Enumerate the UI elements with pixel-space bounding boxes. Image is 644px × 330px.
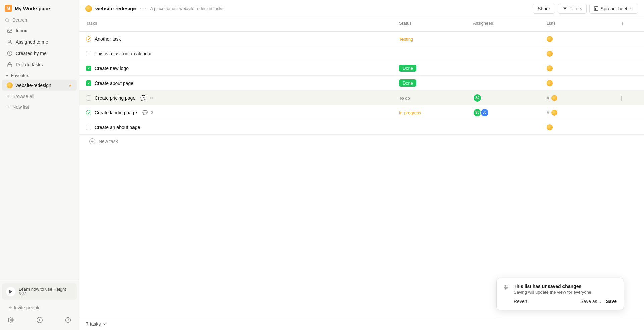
sidebar: M My Workspace Search Inbox Assigned to …: [0, 0, 79, 330]
svg-rect-4: [8, 64, 12, 67]
lists-cell: [547, 80, 621, 86]
toast-right-buttons: Save as... Save: [580, 299, 617, 304]
task-checkbox[interactable]: ✓: [86, 66, 91, 71]
task-checkbox[interactable]: [86, 51, 91, 56]
hash-icon: #: [547, 110, 549, 115]
project-globe-icon: [7, 82, 13, 88]
browse-all-button[interactable]: + Browse all: [2, 91, 77, 101]
toast-description: Saving will update the view for everyone…: [514, 290, 593, 295]
status-cell: To do: [399, 95, 473, 101]
play-button[interactable]: [6, 287, 15, 296]
sidebar-item-inbox[interactable]: Inbox: [2, 25, 77, 36]
search-bar[interactable]: Search: [0, 15, 79, 25]
new-list-button[interactable]: + New list: [2, 102, 77, 112]
revert-button[interactable]: Revert: [514, 299, 527, 304]
sidebar-item-assigned[interactable]: Assigned to me: [2, 37, 77, 47]
new-task-button[interactable]: + New task: [79, 135, 644, 148]
list-globe-icon: [547, 65, 553, 71]
list-globe-icon: [551, 95, 557, 101]
plus-circle-icon: [36, 317, 43, 323]
task-checkbox[interactable]: [86, 125, 91, 130]
plus-icon: +: [89, 138, 95, 144]
table-row[interactable]: This is a task on a calendar: [79, 46, 644, 61]
table-row[interactable]: Create pricing page 💬 ✏ To do SJ # |: [79, 91, 644, 105]
edit-icon[interactable]: ✏: [150, 95, 154, 101]
sliders-icon: [503, 284, 509, 292]
filters-button[interactable]: Filters: [558, 4, 586, 14]
table-header: Tasks Status Assignees Lists +: [79, 17, 644, 32]
task-checkbox[interactable]: [86, 95, 91, 101]
save-as-button[interactable]: Save as...: [580, 299, 601, 304]
sidebar-item-private[interactable]: Private tasks: [2, 59, 77, 70]
workspace-header[interactable]: M My Workspace: [0, 0, 79, 15]
list-globe-icon: [547, 51, 553, 57]
learn-title: Learn how to use Height: [19, 287, 66, 292]
status-badge: Testing: [399, 37, 413, 42]
task-table: Tasks Status Assignees Lists + Another t…: [79, 17, 644, 318]
table-row[interactable]: ✓ Create about page Done: [79, 76, 644, 91]
task-name: Create pricing page: [95, 95, 136, 101]
browse-all-label: Browse all: [12, 94, 34, 99]
col-add[interactable]: +: [621, 21, 637, 28]
share-button[interactable]: Share: [533, 4, 555, 14]
hash-icon: #: [547, 95, 549, 101]
cursor-indicator: |: [621, 95, 622, 101]
project-label: website-redesign: [16, 82, 51, 88]
chevron-down-icon: [629, 6, 634, 11]
status-badge: Done: [399, 79, 416, 87]
avatar-jj: JJ: [480, 108, 489, 117]
table-row[interactable]: ✓ Create new logo Done: [79, 61, 644, 76]
bottom-bar: 7 tasks: [79, 318, 644, 330]
status-cell: Testing: [399, 36, 473, 42]
task-checkbox[interactable]: [86, 110, 91, 115]
sidebar-item-created[interactable]: Created by me: [2, 48, 77, 59]
project-icon: [85, 5, 92, 12]
tasks-count-button[interactable]: 7 tasks: [86, 321, 107, 327]
gear-icon: [8, 317, 14, 323]
list-globe-icon: [547, 36, 553, 42]
created-icon: [7, 50, 13, 56]
task-name: Create new logo: [95, 66, 129, 71]
extra-cell: |: [621, 95, 637, 101]
tasks-count: 7 tasks: [86, 321, 101, 327]
svg-point-24: [505, 288, 506, 289]
settings-button[interactable]: [5, 315, 16, 325]
status-badge: In progress: [399, 110, 421, 115]
workspace-label: My Workspace: [15, 6, 50, 11]
sidebar-item-website-redesign[interactable]: website-redesign ★: [2, 80, 77, 91]
more-options-button[interactable]: ···: [140, 5, 147, 12]
save-button[interactable]: Save: [606, 299, 617, 304]
new-list-label: New list: [12, 104, 29, 110]
task-checkbox[interactable]: [86, 36, 91, 42]
favorites-header[interactable]: Favorites: [0, 70, 79, 79]
spreadsheet-button[interactable]: Spreadsheet: [589, 4, 638, 14]
filter-icon: [562, 6, 567, 11]
new-button[interactable]: [34, 315, 45, 325]
help-icon: [65, 317, 71, 323]
svg-point-2: [9, 40, 10, 42]
toast-title: This list has unsaved changes: [514, 284, 593, 289]
filters-label: Filters: [569, 6, 582, 11]
invite-label: Invite people: [14, 305, 40, 310]
invite-people-button[interactable]: + Invite people: [5, 302, 74, 313]
col-tasks: Tasks: [86, 21, 399, 28]
status-badge: To do: [399, 96, 410, 101]
topbar-actions: Share Filters Spreadsheet: [533, 4, 638, 14]
table-row[interactable]: Create an about page: [79, 120, 644, 135]
lock-icon: [7, 62, 13, 68]
learn-widget[interactable]: Learn how to use Height 6:23: [2, 283, 77, 300]
topbar: website-redesign ··· A place for our web…: [79, 0, 644, 17]
plus-invite-icon: +: [9, 305, 12, 311]
workspace-icon: M: [5, 5, 12, 12]
task-cell: Another task: [86, 36, 399, 42]
table-row[interactable]: Create landing page 💬 3 In progress SJ J…: [79, 105, 644, 120]
task-checkbox[interactable]: ✓: [86, 80, 91, 86]
lists-cell: [547, 51, 621, 57]
task-cell: Create landing page 💬 3: [86, 110, 399, 115]
help-button[interactable]: [63, 315, 73, 325]
table-row[interactable]: Another task Testing: [79, 32, 644, 46]
learn-time: 6:23: [19, 292, 66, 296]
status-cell: Done: [399, 65, 473, 72]
task-cell: ✓ Create about page: [86, 80, 399, 86]
svg-point-6: [10, 319, 12, 321]
